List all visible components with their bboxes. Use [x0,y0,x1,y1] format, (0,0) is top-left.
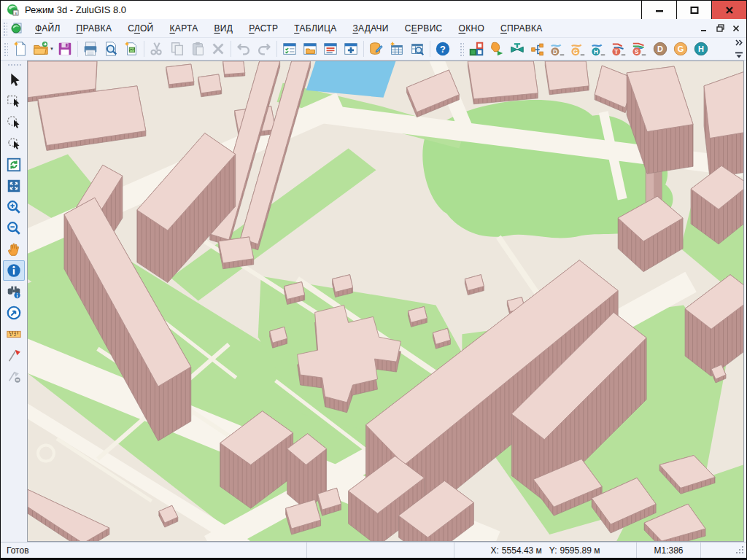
select-tool-button[interactable] [3,70,25,90]
document-globe-icon[interactable] [11,23,23,34]
svg-text:D: D [553,49,557,55]
menu-слой[interactable]: СЛОЙ [120,20,161,36]
zoom-out-button[interactable] [3,218,25,238]
status-ready: Готов [1,542,307,558]
new-map-window-button[interactable] [121,39,142,59]
title-bar: з Режим 3d - ZuluGIS 8.0 [1,1,746,19]
graph-d-button[interactable]: D [548,39,568,59]
menu-таблица[interactable]: ТАБЛИЦА [286,20,344,36]
status-coordinates: X: 5554.43 м Y: 9595.89 м [454,542,637,558]
badge-d-button[interactable]: D [650,39,670,59]
measure-tool-button[interactable]: 12 [3,324,25,344]
edit-database-button[interactable] [366,39,387,59]
menu-items: ФАЙЛПРАВКАСЛОЙКАРТАВИДРАСТРТАБЛИЦАЗАДАЧИ… [27,23,551,34]
graph-h-button[interactable]: H [589,39,609,59]
menubar-grip[interactable] [2,21,7,36]
badge-h-button[interactable]: H [691,39,711,59]
navigator-window-button[interactable] [341,39,361,59]
toolbar-separator [231,41,231,57]
svg-text:S: S [635,49,639,55]
toolbar-separator [363,41,364,57]
toolbar-separator [144,41,144,57]
graph-g-button[interactable]: G [568,39,589,59]
find-info-tool-button[interactable]: i [3,281,25,302]
layer-list-window-button[interactable] [279,39,300,59]
select-polygon-tool-button[interactable] [3,133,25,154]
save-button[interactable] [55,39,75,59]
status-end-panel [701,542,746,558]
resize-grip-icon [736,546,745,555]
toolbar-separator [276,41,277,57]
new-document-button[interactable] [10,39,31,59]
svg-text:D: D [657,44,663,53]
menu-вид[interactable]: ВИД [206,20,241,36]
new-table-button[interactable] [387,39,407,59]
menu-справка[interactable]: СПРАВКА [492,20,551,36]
graph-s-button[interactable]: S [630,39,650,59]
cut-button [147,39,167,59]
svg-text:T: T [614,49,618,55]
redo-button [254,39,274,59]
menu-окно[interactable]: ОКНО [451,20,493,36]
status-bar: Готов X: 5554.43 м Y: 9595.89 м М1:386 [1,542,746,558]
toolpalette-grip[interactable] [7,63,21,67]
coord-y-value: 9595.89 м [560,545,600,556]
maximize-button[interactable] [676,1,711,19]
map-3d-view[interactable] [27,61,744,542]
legend-window-button[interactable] [320,39,341,59]
badge-g-button[interactable]: G [670,39,691,59]
graph-t-button[interactable]: T [609,39,630,59]
menu-задачи[interactable]: ЗАДАЧИ [344,20,396,36]
svg-text:?: ? [440,44,446,55]
menu-растр[interactable]: РАСТР [241,20,286,36]
zoom-extent-button[interactable] [3,176,25,196]
mdi-close-button[interactable] [729,22,743,35]
print-button[interactable] [80,39,101,59]
pan-tool-button[interactable] [3,239,25,260]
zulugis-globe-icon: з [7,4,19,16]
goto-object-tool-button[interactable] [3,303,25,323]
close-button[interactable] [711,1,746,19]
refresh-map-button[interactable] [3,155,25,175]
svg-text:1: 1 [9,332,12,337]
find-in-table-button[interactable] [407,39,427,59]
svg-text:2: 2 [14,332,16,337]
print-preview-button[interactable] [101,39,121,59]
valve-tool-button[interactable] [507,39,527,59]
menu-файл[interactable]: ФАЙЛ [27,20,69,36]
piezometric-graph-button[interactable] [527,39,548,59]
tool-palette: i12 [1,61,27,542]
minimize-button[interactable] [641,1,676,19]
copy-button [167,39,187,59]
svg-text:G: G [573,49,578,55]
info-tool-button[interactable] [3,260,25,281]
status-spacer [307,542,454,558]
menu-сервис[interactable]: СЕРВИС [397,20,451,36]
toolbar-grip[interactable] [3,42,8,56]
toolbar-grip[interactable] [459,42,464,56]
zoom-in-button[interactable] [3,197,25,217]
mdi-minimize-button[interactable] [697,22,711,35]
mdi-restore-button[interactable] [713,22,727,35]
undo-button [233,39,254,59]
workspace: i12 [1,61,746,542]
map-contents-window-button[interactable] [300,39,320,59]
select-rect-tool-button[interactable] [3,91,25,112]
flag-tool-button[interactable] [3,345,25,365]
coord-x-label: X: [491,545,499,556]
help-button[interactable]: ? [433,39,453,59]
menu-карта[interactable]: КАРТА [162,20,206,36]
network-components-button[interactable] [466,39,487,59]
paste-button [187,39,208,59]
open-map-button[interactable] [31,39,51,59]
menu-правка[interactable]: ПРАВКА [69,20,120,36]
toolbar-separator [430,41,430,57]
menu-bar: ФАЙЛПРАВКАСЛОЙКАРТАВИДРАСТРТАБЛИЦАЗАДАЧИ… [1,19,746,38]
mdi-window-controls [697,22,743,35]
heat-source-button[interactable] [487,39,507,59]
toolbar-overflow[interactable] [733,39,746,59]
svg-text:H: H [698,44,704,53]
select-circle-tool-button[interactable] [3,112,25,133]
window-title: Режим 3d - ZuluGIS 8.0 [25,4,126,15]
svg-text:H: H [594,49,598,55]
